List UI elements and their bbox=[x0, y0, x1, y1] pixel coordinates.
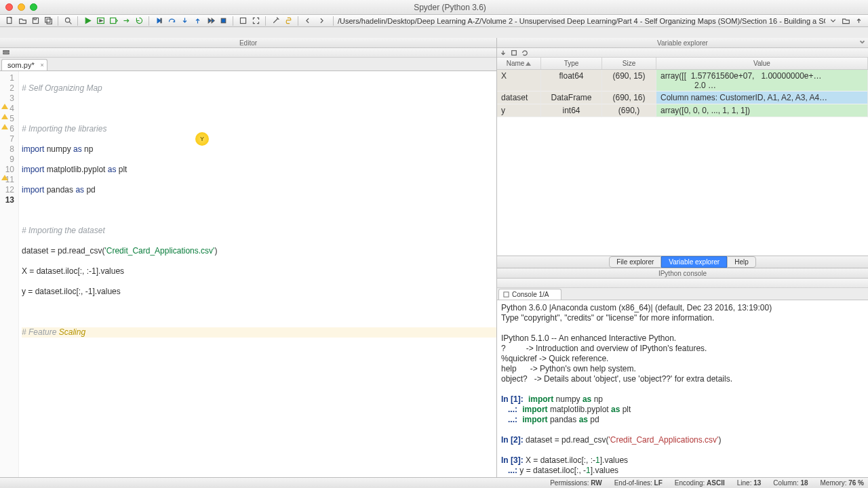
editor-tab-label: som.py* bbox=[7, 61, 35, 69]
continue-icon[interactable] bbox=[205, 16, 216, 26]
variable-table[interactable]: Name Type Size Value Xfloat64(690, 15)ar… bbox=[497, 58, 868, 256]
mac-titlebar: Spyder (Python 3.6) bbox=[0, 0, 868, 15]
fullscreen-icon[interactable] bbox=[250, 16, 261, 26]
find-icon[interactable] bbox=[62, 16, 73, 26]
console-icon bbox=[503, 291, 509, 298]
debug-icon[interactable] bbox=[153, 16, 164, 26]
step-out-icon[interactable] bbox=[192, 16, 203, 26]
console-tab-label: Console 1/A bbox=[512, 291, 549, 298]
cursor-highlight-icon: Y bbox=[195, 132, 209, 146]
svg-rect-9 bbox=[221, 18, 226, 23]
window-close-button[interactable] bbox=[5, 3, 13, 11]
maximize-icon[interactable] bbox=[237, 16, 248, 26]
run-cell-icon[interactable] bbox=[95, 16, 106, 26]
window-title: Spyder (Python 3.6) bbox=[37, 3, 863, 12]
code-line: # Importing the libraries bbox=[22, 124, 106, 134]
warning-icon[interactable] bbox=[1, 104, 8, 109]
prefs-icon[interactable] bbox=[270, 16, 281, 26]
svg-rect-3 bbox=[45, 18, 50, 22]
open-file-icon[interactable] bbox=[17, 16, 28, 26]
svg-rect-14 bbox=[504, 292, 509, 297]
ipython-options-icon[interactable] bbox=[859, 38, 867, 46]
main-toolbar: /Users/hadelin/Desktop/Deep Learning A-Z… bbox=[0, 15, 868, 27]
step-over-icon[interactable] bbox=[166, 16, 177, 26]
tab-variable-explorer[interactable]: Variable explorer bbox=[661, 256, 727, 268]
svg-rect-8 bbox=[160, 18, 161, 23]
nav-back-icon[interactable] bbox=[302, 16, 312, 26]
warning-icon[interactable] bbox=[1, 114, 8, 119]
svg-rect-10 bbox=[240, 18, 245, 23]
save-all-icon[interactable] bbox=[43, 16, 54, 26]
ipython-tabs: Console 1/A bbox=[497, 288, 868, 300]
svg-rect-11 bbox=[3, 50, 9, 52]
ipython-console[interactable]: Python 3.6.0 |Anaconda custom (x86_64)| … bbox=[497, 300, 868, 488]
editor-tabs: som.py* × bbox=[0, 58, 496, 71]
line-gutter: 123 456 789 101112 13 bbox=[0, 71, 19, 477]
code-line: # Self Organizing Map bbox=[22, 83, 102, 93]
svg-rect-4 bbox=[47, 19, 52, 24]
save-icon[interactable] bbox=[30, 16, 41, 26]
code-line: # Importing the dataset bbox=[22, 226, 105, 235]
browse-dir-icon[interactable] bbox=[840, 16, 851, 26]
varex-toolbar bbox=[497, 48, 868, 58]
variable-table-header[interactable]: Name Type Size Value bbox=[497, 58, 868, 70]
step-into-icon[interactable] bbox=[179, 16, 190, 26]
rerun-icon[interactable] bbox=[134, 16, 144, 26]
stop-debug-icon[interactable] bbox=[218, 16, 229, 26]
right-panel: Variable explorer Name Type Size Value X… bbox=[497, 38, 868, 477]
python-path-icon[interactable] bbox=[283, 16, 294, 26]
save-data-icon[interactable] bbox=[511, 49, 517, 56]
svg-point-5 bbox=[65, 18, 70, 22]
svg-rect-2 bbox=[34, 18, 36, 19]
code-editor[interactable]: 123 456 789 101112 13 # Self Organizing … bbox=[0, 71, 496, 477]
window-zoom-button[interactable] bbox=[30, 3, 37, 11]
tab-file-explorer[interactable]: File explorer bbox=[609, 256, 661, 268]
variable-row[interactable]: datasetDataFrame(690, 16)Column names: C… bbox=[497, 92, 868, 104]
editor-tab-som[interactable]: som.py* × bbox=[1, 59, 47, 70]
warning-icon[interactable] bbox=[1, 124, 8, 129]
run-selection-icon[interactable] bbox=[121, 16, 132, 26]
close-icon[interactable]: × bbox=[40, 62, 43, 68]
refresh-icon[interactable] bbox=[521, 49, 528, 56]
import-data-icon[interactable] bbox=[500, 49, 507, 56]
window-minimize-button[interactable] bbox=[18, 3, 25, 11]
cwd-dropdown-icon[interactable] bbox=[827, 16, 838, 26]
run-icon[interactable] bbox=[82, 16, 93, 26]
console-tab[interactable]: Console 1/A bbox=[498, 289, 561, 300]
sort-asc-icon[interactable] bbox=[526, 62, 531, 66]
right-panel-tabs: File explorer Variable explorer Help bbox=[497, 256, 868, 268]
parent-dir-icon[interactable] bbox=[853, 16, 864, 26]
tab-help[interactable]: Help bbox=[727, 256, 756, 268]
working-dir-path[interactable]: /Users/hadelin/Desktop/Deep Learning A-Z… bbox=[338, 17, 825, 25]
editor-toolbar bbox=[0, 48, 496, 58]
editor-tab-list-icon[interactable] bbox=[3, 49, 9, 56]
svg-rect-13 bbox=[512, 50, 517, 55]
ipython-panel: IPython console Console 1/A Python 3.6.0… bbox=[497, 268, 868, 488]
status-bar: Permissions: RW End-of-lines: LF Encodin… bbox=[0, 477, 868, 488]
variable-row[interactable]: Xfloat64(690, 15)array([[ 1.57761560e+07… bbox=[497, 70, 868, 92]
ipython-panel-title: IPython console bbox=[497, 268, 868, 279]
svg-rect-12 bbox=[3, 53, 9, 54]
varex-panel-title: Variable explorer bbox=[497, 38, 868, 48]
warning-icon[interactable] bbox=[1, 175, 8, 180]
variable-explorer-panel: Variable explorer Name Type Size Value X… bbox=[497, 38, 868, 268]
svg-rect-7 bbox=[110, 18, 115, 23]
editor-panel-title: Editor bbox=[0, 38, 496, 48]
new-file-icon[interactable] bbox=[4, 16, 15, 26]
ipython-toolbar bbox=[497, 279, 868, 288]
run-cell-advance-icon[interactable] bbox=[108, 16, 119, 26]
variable-row[interactable]: yint64(690,)array([0, 0, 0, ..., 1, 1, 1… bbox=[497, 104, 868, 117]
editor-panel: Editor som.py* × 123 456 789 101112 13 bbox=[0, 38, 497, 477]
nav-fwd-icon[interactable] bbox=[317, 16, 326, 26]
